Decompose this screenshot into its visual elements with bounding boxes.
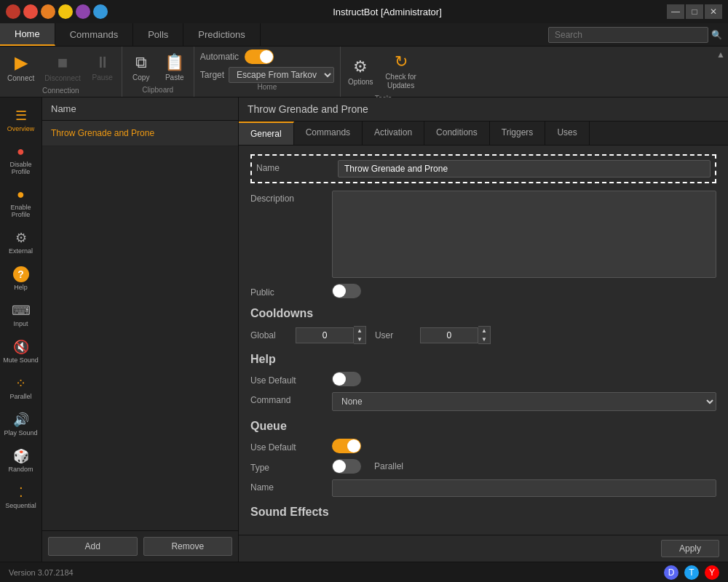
sidebar-item-mute-sound[interactable]: 🔇 Mute Sound	[0, 335, 41, 368]
use-default-toggle[interactable]	[332, 372, 361, 386]
queue-name-input[interactable]	[332, 479, 716, 497]
paste-icon: 📋	[165, 53, 184, 72]
sequential-label: Sequential	[5, 502, 36, 509]
maximize-button[interactable]: □	[686, 4, 703, 19]
global-spinner-arrows: ▲ ▼	[354, 326, 366, 344]
sidebar-item-parallel[interactable]: ⁘ Parallel	[0, 371, 41, 404]
sidebar-item-overview[interactable]: ☰ Overview	[0, 103, 41, 137]
close-button[interactable]: ✕	[705, 4, 722, 19]
pause-label: Pause	[92, 73, 113, 81]
tab-commands[interactable]: Commands	[294, 121, 363, 145]
nav-tab-home[interactable]: Home	[0, 23, 55, 46]
options-icon: ⚙	[353, 57, 368, 76]
titlebar: InstructBot [Administrator] — □ ✕	[0, 0, 728, 23]
check-updates-button[interactable]: ↻ Check for Updates	[379, 49, 423, 93]
clipboard-group-label: Clipboard	[122, 86, 194, 97]
minimize-button[interactable]: —	[667, 4, 684, 19]
automatic-toggle[interactable]	[245, 49, 274, 64]
tab-general[interactable]: General	[239, 121, 294, 145]
nav-tab-commands[interactable]: Commands	[55, 23, 133, 46]
list-item[interactable]: Throw Grenade and Prone	[42, 121, 238, 146]
enable-profile-icon: ●	[17, 187, 25, 202]
tab-conditions[interactable]: Conditions	[424, 121, 490, 145]
detail-breadcrumb: Throw Grenade and Prone	[239, 97, 728, 121]
connection-group-label: Connection	[0, 87, 122, 97]
main-area: ☰ Overview ● Disable Profile ● Enable Pr…	[0, 97, 728, 562]
target-dropdown[interactable]: Escape From Tarkov	[229, 67, 334, 83]
user-spinner-down[interactable]: ▼	[478, 335, 490, 344]
tools-buttons: ⚙ Options ↻ Check for Updates	[341, 47, 425, 95]
user-spinner-up[interactable]: ▲	[478, 327, 490, 335]
connection-buttons: ▶ Connect ■ Disconnect ⏸ Pause	[0, 47, 122, 87]
command-list-header: Name	[42, 97, 238, 121]
application-group-label: Home	[200, 83, 334, 94]
application-group: Automatic Target Escape From Tarkov Home	[194, 47, 341, 97]
sidebar-item-help[interactable]: ? Help	[0, 262, 41, 295]
description-textarea[interactable]	[332, 191, 716, 278]
tab-uses[interactable]: Uses	[545, 121, 589, 145]
version-label: Version 3.07.2184	[9, 568, 74, 577]
sidebar-item-play-sound[interactable]: 🔊 Play Sound	[0, 407, 41, 441]
global-spinner-up[interactable]: ▲	[354, 327, 365, 335]
sidebar-item-disable-profile[interactable]: ● Disable Profile	[0, 140, 41, 180]
paste-button[interactable]: 📋 Paste	[159, 50, 191, 84]
global-input[interactable]	[296, 327, 354, 343]
pause-button[interactable]: ⏸ Pause	[87, 50, 119, 84]
description-label: Description	[250, 191, 323, 204]
nav-tab-polls[interactable]: Polls	[133, 23, 183, 46]
apply-button[interactable]: Apply	[661, 540, 719, 557]
twitter-icon[interactable]: T	[684, 565, 699, 580]
global-label: Global	[250, 330, 287, 340]
queue-use-default-row: Use Default	[250, 439, 716, 453]
connect-button[interactable]: ▶ Connect	[3, 49, 39, 85]
user-input[interactable]	[420, 327, 478, 343]
enable-profile-label: Enable Profile	[3, 204, 39, 218]
sidebar: ☰ Overview ● Disable Profile ● Enable Pr…	[0, 97, 42, 562]
description-row: Description	[250, 191, 716, 278]
parallel-icon: ⁘	[15, 375, 26, 391]
command-select[interactable]: None	[332, 392, 716, 411]
type-toggle[interactable]	[332, 459, 361, 474]
tab-activation[interactable]: Activation	[363, 121, 424, 145]
titlebar-app-icons	[6, 4, 108, 19]
sequential-icon: ⁚	[19, 485, 23, 501]
public-row: Public	[250, 284, 716, 298]
sidebar-item-sequential[interactable]: ⁚ Sequential	[0, 480, 41, 514]
global-spinner: ▲ ▼	[296, 326, 366, 344]
play-sound-label: Play Sound	[4, 429, 37, 436]
global-spinner-down[interactable]: ▼	[354, 335, 365, 344]
toolbar-collapse-button[interactable]: ▲	[713, 47, 728, 63]
copy-button[interactable]: ⧉ Copy	[125, 50, 157, 84]
user-label: User	[375, 330, 411, 340]
public-toggle[interactable]	[332, 284, 361, 298]
use-default-row: Use Default	[250, 372, 716, 386]
sidebar-item-external[interactable]: ⚙ External	[0, 226, 41, 259]
tab-triggers[interactable]: Triggers	[490, 121, 546, 145]
queue-use-default-toggle[interactable]	[332, 439, 361, 453]
name-input[interactable]	[338, 160, 711, 178]
options-label: Options	[348, 78, 373, 86]
overview-label: Overview	[7, 125, 35, 132]
sidebar-item-enable-profile[interactable]: ● Enable Profile	[0, 183, 41, 223]
add-command-button[interactable]: Add	[48, 537, 138, 556]
youtube-icon[interactable]: Y	[705, 565, 719, 580]
remove-command-button[interactable]: Remove	[143, 537, 233, 556]
sidebar-item-input[interactable]: ⌨ Input	[0, 298, 41, 332]
nav-tab-predictions[interactable]: Predictions	[183, 23, 260, 46]
command-row: Command None	[250, 392, 716, 411]
external-label: External	[9, 247, 33, 255]
search-input[interactable]	[548, 27, 708, 43]
clipboard-group: ⧉ Copy 📋 Paste Clipboard	[122, 47, 194, 97]
automatic-label: Automatic	[200, 52, 239, 62]
play-sound-icon: 🔊	[13, 412, 29, 428]
automatic-row: Automatic	[200, 49, 334, 64]
sidebar-item-random[interactable]: 🎲 Random	[0, 444, 41, 477]
queue-name-label: Name	[250, 479, 323, 493]
parallel-label: Parallel	[9, 393, 31, 400]
disconnect-button[interactable]: ■ Disconnect	[40, 49, 84, 85]
apply-bar: Apply	[239, 535, 728, 562]
public-label: Public	[250, 284, 323, 298]
discord-icon[interactable]: D	[664, 565, 678, 580]
options-button[interactable]: ⚙ Options	[344, 55, 377, 89]
input-icon: ⌨	[12, 303, 31, 319]
